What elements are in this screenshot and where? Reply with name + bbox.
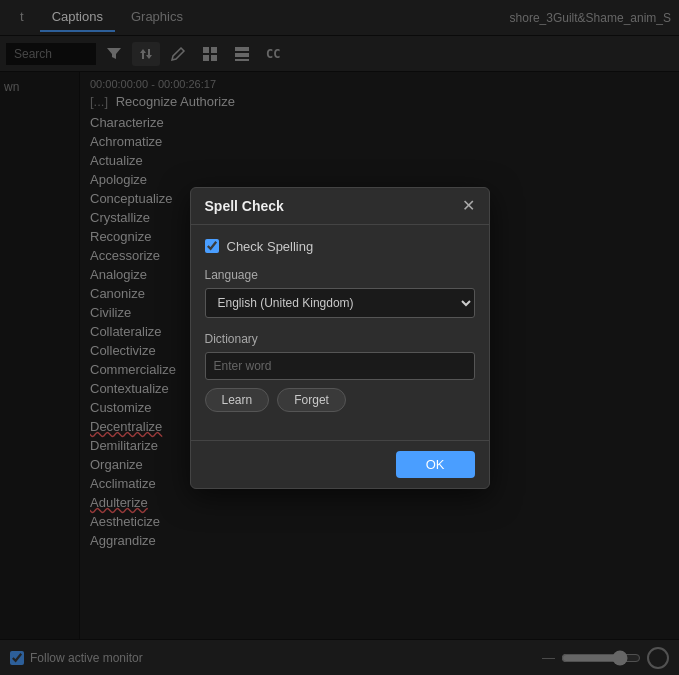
learn-button[interactable]: Learn: [205, 388, 270, 412]
modal-close-button[interactable]: ✕: [462, 198, 475, 214]
spell-check-modal: Spell Check ✕ Check Spelling Language En…: [190, 187, 490, 489]
modal-title: Spell Check: [205, 198, 284, 214]
language-select[interactable]: English (United Kingdom) English (United…: [205, 288, 475, 318]
dictionary-buttons: Learn Forget: [205, 388, 475, 412]
dictionary-section: Dictionary Learn Forget: [205, 332, 475, 412]
word-input[interactable]: [205, 352, 475, 380]
forget-button[interactable]: Forget: [277, 388, 346, 412]
check-spelling-label: Check Spelling: [227, 239, 314, 254]
dictionary-label: Dictionary: [205, 332, 475, 346]
modal-footer: OK: [191, 440, 489, 488]
modal-body: Check Spelling Language English (United …: [191, 225, 489, 440]
ok-button[interactable]: OK: [396, 451, 475, 478]
language-label: Language: [205, 268, 475, 282]
check-spelling-checkbox[interactable]: [205, 239, 219, 253]
modal-header: Spell Check ✕: [191, 188, 489, 225]
check-spelling-row: Check Spelling: [205, 239, 475, 254]
modal-overlay: Spell Check ✕ Check Spelling Language En…: [0, 0, 679, 675]
